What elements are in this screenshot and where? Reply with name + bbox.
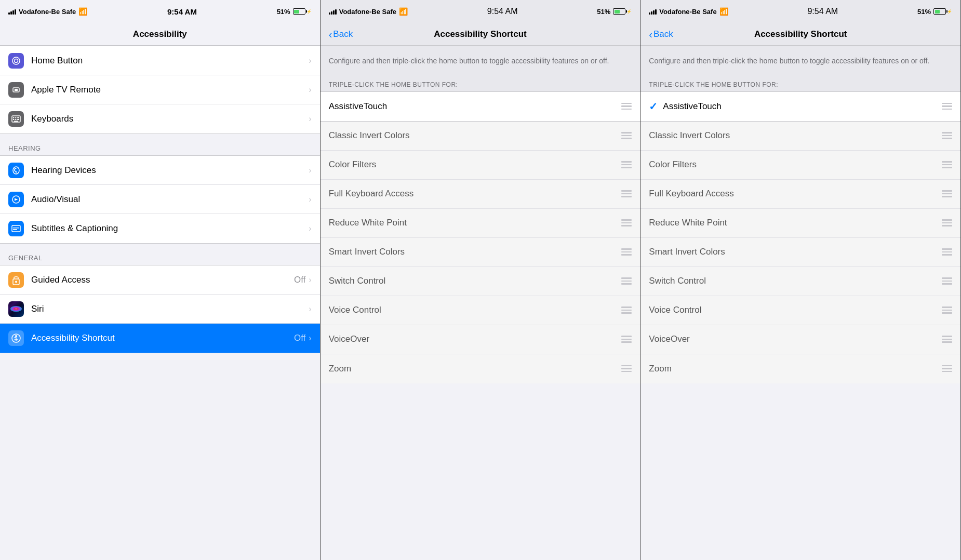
accessibility-shortcut-chevron: › <box>309 334 311 343</box>
drag-handle-smart-invert-3 <box>942 248 952 256</box>
shortcut-item-zoom-2[interactable]: Zoom <box>321 354 640 383</box>
hearing-section-header: HEARING <box>0 134 320 155</box>
svg-rect-18 <box>13 228 19 229</box>
drag-handle-classic-invert-3 <box>942 132 952 139</box>
page-title-2: Accessibility Shortcut <box>434 29 527 39</box>
audio-visual-chevron: › <box>309 195 311 204</box>
shortcut-item-voiceover-2[interactable]: VoiceOver <box>321 325 640 354</box>
battery-percent-3: 51% <box>917 8 931 16</box>
home-button-label: Home Button <box>31 56 309 66</box>
shortcut-description-2: Configure and then triple-click the home… <box>321 46 640 75</box>
settings-content-1: Home Button › Apple TV Remote › <box>0 46 320 560</box>
hearing-devices-icon <box>8 163 24 178</box>
assistive-touch-label-3: AssistiveTouch <box>663 101 938 112</box>
battery-icon-1: ⚡ <box>293 8 312 15</box>
drag-handle-zoom-2 <box>621 365 632 372</box>
back-chevron-3: ‹ <box>649 29 652 39</box>
shortcut-item-assistive-touch-2[interactable]: AssistiveTouch <box>321 92 640 121</box>
settings-item-audio-visual[interactable]: Audio/Visual › <box>0 185 320 214</box>
shortcut-list-3: ✓ AssistiveTouch <box>640 91 960 122</box>
guided-access-label: Guided Access <box>31 275 294 285</box>
back-button-2[interactable]: ‹ Back <box>329 29 353 39</box>
wifi-icon-3: 📶 <box>719 7 728 16</box>
settings-item-siri[interactable]: Siri › <box>0 295 320 324</box>
shortcut-item-voice-control-3[interactable]: Voice Control <box>640 296 960 325</box>
general-section-header: GENERAL <box>0 244 320 265</box>
settings-item-hearing-devices[interactable]: Hearing Devices › <box>0 156 320 185</box>
home-button-chevron: › <box>309 56 311 65</box>
shortcut-item-reduce-white-2[interactable]: Reduce White Point <box>321 209 640 238</box>
settings-item-home-button[interactable]: Home Button › <box>0 46 320 75</box>
settings-item-apple-tv[interactable]: Apple TV Remote › <box>0 75 320 104</box>
shortcut-item-assistive-touch-3[interactable]: ✓ AssistiveTouch <box>640 92 960 121</box>
svg-rect-17 <box>12 225 20 232</box>
shortcut-item-color-filters-2[interactable]: Color Filters <box>321 151 640 180</box>
drag-handle-switch-control-3 <box>942 277 952 285</box>
shortcut-item-switch-control-3[interactable]: Switch Control <box>640 267 960 296</box>
battery-percent-2: 51% <box>597 8 610 16</box>
battery-percent-1: 51% <box>277 8 290 16</box>
svg-rect-9 <box>13 119 14 120</box>
shortcut-item-full-keyboard-3[interactable]: Full Keyboard Access <box>640 180 960 209</box>
guided-access-value: Off <box>294 275 305 285</box>
accessibility-shortcut-label: Accessibility Shortcut <box>31 333 294 343</box>
wifi-icon-1: 📶 <box>78 7 87 16</box>
shortcut-item-full-keyboard-2[interactable]: Full Keyboard Access <box>321 180 640 209</box>
svg-point-23 <box>15 335 17 337</box>
shortcut-list-dimmed-3: Classic Invert Colors Color Filters Full… <box>640 122 960 383</box>
shortcut-item-zoom-3[interactable]: Zoom <box>640 354 960 383</box>
reduce-white-label-3: Reduce White Point <box>649 218 938 228</box>
shortcut-item-smart-invert-3[interactable]: Smart Invert Colors <box>640 238 960 267</box>
shortcut-item-voiceover-3[interactable]: VoiceOver <box>640 325 960 354</box>
subtitles-chevron: › <box>309 224 311 233</box>
drag-handle-smart-invert-2 <box>621 248 632 256</box>
drag-handle-voice-control-3 <box>942 306 952 314</box>
status-bar-right-1: 51% ⚡ <box>277 8 312 16</box>
shortcut-content-3: Configure and then triple-click the home… <box>640 46 960 560</box>
drag-handle-voiceover-2 <box>621 336 632 343</box>
drag-handle-color-filters-3 <box>942 161 952 168</box>
settings-item-accessibility-shortcut[interactable]: Accessibility Shortcut Off › <box>0 324 320 353</box>
switch-control-label-2: Switch Control <box>329 276 618 286</box>
siri-chevron: › <box>309 304 311 314</box>
shortcut-item-classic-invert-3[interactable]: Classic Invert Colors <box>640 122 960 151</box>
settings-item-keyboards[interactable]: Keyboards › <box>0 104 320 134</box>
guided-access-chevron: › <box>309 275 311 285</box>
shortcut-item-color-filters-3[interactable]: Color Filters <box>640 151 960 180</box>
page-title-1: Accessibility <box>133 29 187 39</box>
audio-visual-icon <box>8 192 24 207</box>
status-bar-2: Vodafone-Be Safe 📶 9:54 AM 51% ⚡ <box>321 0 640 23</box>
siri-icon <box>8 301 24 317</box>
settings-item-guided-access[interactable]: Guided Access Off › <box>0 265 320 295</box>
carrier-3: Vodafone-Be Safe <box>659 8 716 16</box>
keyboards-label: Keyboards <box>31 114 309 124</box>
shortcut-content-2: Configure and then triple-click the home… <box>321 46 640 560</box>
accessibility-settings-panel: Vodafone-Be Safe 📶 9:54 AM 51% ⚡ Accessi… <box>0 0 321 560</box>
shortcut-item-smart-invert-2[interactable]: Smart Invert Colors <box>321 238 640 267</box>
svg-rect-8 <box>18 117 19 118</box>
reduce-white-label-2: Reduce White Point <box>329 218 618 228</box>
shortcut-item-voice-control-2[interactable]: Voice Control <box>321 296 640 325</box>
back-button-3[interactable]: ‹ Back <box>649 29 673 39</box>
battery-fill-1 <box>294 10 299 14</box>
settings-item-subtitles[interactable]: Subtitles & Captioning › <box>0 214 320 243</box>
drag-handle-classic-invert-2 <box>621 132 632 139</box>
svg-point-15 <box>16 172 17 174</box>
zoom-label-3: Zoom <box>649 364 938 374</box>
svg-point-0 <box>12 57 20 64</box>
shortcut-item-classic-invert-2[interactable]: Classic Invert Colors <box>321 122 640 151</box>
battery-box-2 <box>613 8 625 15</box>
shortcut-section-header-2: TRIPLE-CLICK THE HOME BUTTON FOR: <box>321 75 640 91</box>
battery-lightning-3: ⚡ <box>947 9 952 14</box>
settings-list-top: Home Button › Apple TV Remote › <box>0 46 320 134</box>
drag-handle-full-keyboard-2 <box>621 190 632 197</box>
battery-icon-2: ⚡ <box>613 8 632 15</box>
svg-point-21 <box>15 281 17 283</box>
shortcut-item-switch-control-2[interactable]: Switch Control <box>321 267 640 296</box>
svg-rect-7 <box>17 117 18 118</box>
back-text-2: Back <box>333 29 353 39</box>
drag-handle-voice-control-2 <box>621 306 632 314</box>
signal-bars-2 <box>329 8 337 15</box>
shortcut-item-reduce-white-3[interactable]: Reduce White Point <box>640 209 960 238</box>
status-bar-left-3: Vodafone-Be Safe 📶 <box>649 7 728 16</box>
